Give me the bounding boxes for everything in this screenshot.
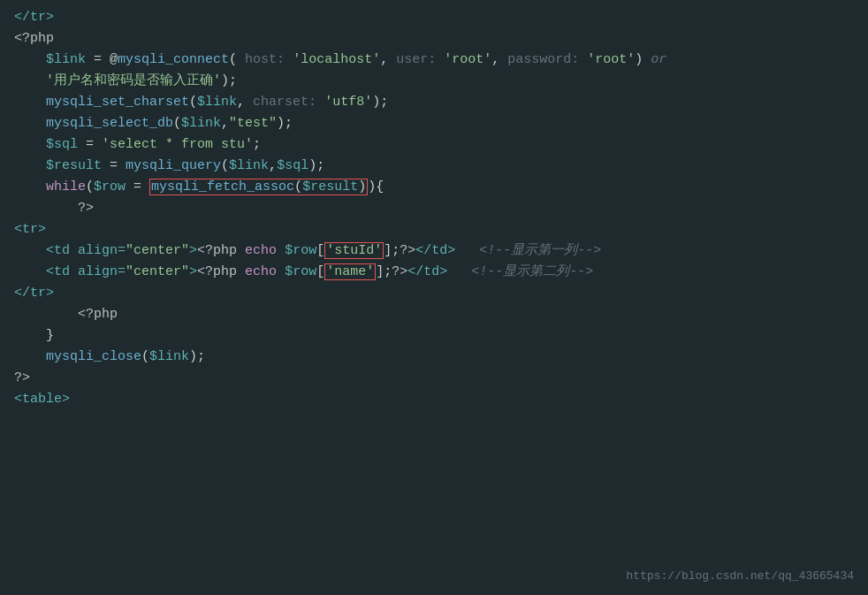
line-11: <tr> <box>0 219 868 240</box>
url-bar: https://blog.csdn.net/qq_43665434 <box>627 568 854 586</box>
line-3: $link = @mysqli_connect( host: 'localhos… <box>0 50 868 71</box>
line-2: <?php <box>0 28 868 50</box>
line-16: } <box>0 325 868 347</box>
line-10: ?> <box>0 198 868 219</box>
line-7: $sql = 'select * from stu'; <box>0 134 868 156</box>
php-close-tag: ?> <box>14 370 30 385</box>
line-15: <?php <box>0 304 868 325</box>
func-close: mysqli_close <box>46 349 141 364</box>
func-set-charset: mysqli_set_charset <box>46 95 189 110</box>
line-8: $result = mysqli_query($link,$sql); <box>0 156 868 177</box>
func-select-db: mysqli_select_db <box>46 116 173 131</box>
php-open-tag: <?php <box>14 31 54 46</box>
line-12: <td align="center"><?php echo $row['stuI… <box>0 240 868 262</box>
highlight-fetch-assoc: mysqli_fetch_assoc($result) <box>149 179 368 195</box>
highlight-name: 'name' <box>324 263 376 280</box>
line-6: mysqli_select_db($link,"test"); <box>0 113 868 134</box>
line-1: </tr> <box>0 7 868 28</box>
line-17: mysqli_close($link); <box>0 347 868 368</box>
line-18: ?> <box>0 368 868 389</box>
highlight-stuId: 'stuId' <box>324 242 384 259</box>
tag-close-tr: </tr> <box>14 10 54 25</box>
line-4: '用户名和密码是否输入正确'); <box>0 71 868 92</box>
code-editor: </tr> <?php $link = @mysqli_connect( hos… <box>0 0 868 595</box>
line-14: </tr> <box>0 283 868 304</box>
line-13: <td align="center"><?php echo $row['name… <box>0 262 868 283</box>
var-link: $link <box>46 52 86 67</box>
func-mysqli-connect: mysqli_connect <box>118 52 229 67</box>
tag-close-tr2: </tr> <box>14 286 54 301</box>
tag-tr: <tr> <box>14 222 46 237</box>
func-query: mysqli_query <box>126 158 221 173</box>
line-5: mysqli_set_charset($link, charset: 'utf8… <box>0 92 868 113</box>
bottom-tag: <table> <box>0 392 84 407</box>
line-9: while($row = mysqli_fetch_assoc($result)… <box>0 177 868 198</box>
